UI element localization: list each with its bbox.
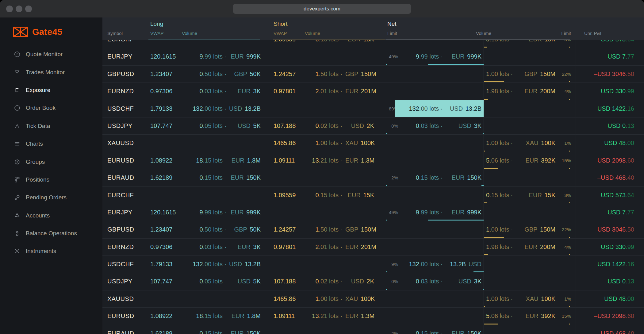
short-vwap-cell: 107.188: [274, 117, 296, 134]
long-vwap-cell: 1.08922: [150, 152, 172, 169]
long-lots-cell: 9.99 lots: [170, 48, 223, 65]
net-long-volume-cell: 0.03 lots·USD 3K: [395, 273, 484, 290]
window-minimize-icon[interactable]: [16, 6, 22, 12]
long-volume-cell: EUR 150K: [229, 169, 261, 186]
table-row[interactable]: XAUUSD1465.861.00 lots·XAU 100K1.00 lots…: [102, 135, 644, 152]
long-lots-cell: 132.00 lots: [170, 100, 223, 117]
table-row[interactable]: USDCHF1.79133132.00 lots·USD 13.2B89%132…: [102, 100, 644, 117]
unrealized-pnl-cell: USD 48.00: [572, 135, 634, 152]
col-net-limit-short-label[interactable]: Limit: [551, 30, 571, 36]
table-row[interactable]: USDJPY107.7470.05 lotsUSD 5K107.1880.02 …: [102, 273, 644, 290]
long-volume-cell: EUR 999K: [229, 204, 261, 221]
long-lots-cell: 0.50 lots: [170, 66, 223, 83]
col-short-volume-label[interactable]: Volume: [305, 30, 320, 36]
long-lots-cell: 0.05 lots: [170, 273, 223, 290]
short-vwap-cell: 1.24257: [274, 66, 296, 83]
net-long-limit-bar: [481, 185, 484, 186]
table-row[interactable]: EURAUD1.621890.15 lotsEUR 150K2%0.15 lot…: [102, 169, 644, 186]
net-long-scale-tick: [386, 289, 387, 290]
net-short-volume-cell: 1.00 lots·XAU 100K: [486, 135, 555, 152]
window-close-icon[interactable]: [6, 6, 13, 12]
sidebar-item-groups[interactable]: Groups: [0, 153, 102, 171]
short-separator-dot: ·: [340, 273, 343, 290]
window-zoom-icon[interactable]: [25, 6, 32, 12]
table-row[interactable]: EURJPY120.16159.99 lots·EUR 999K49%9.99 …: [102, 48, 644, 65]
table-row[interactable]: GBPUSD1.234070.50 lots·GBP 50K1.242571.5…: [102, 221, 644, 238]
sidebar-item-label: Trades Monitor: [26, 69, 65, 76]
long-volume-cell: EUR 999K: [229, 48, 261, 65]
titlebar: devexperts.com: [0, 0, 644, 17]
net-short-scale-tick: [569, 168, 570, 169]
short-lots-cell: 0.02 lots: [295, 273, 339, 290]
url-pill[interactable]: devexperts.com: [233, 4, 411, 14]
col-long-volume-label[interactable]: Volume: [182, 30, 197, 36]
short-vwap-cell: 0.97801: [274, 83, 296, 100]
long-volume-cell: USD 13.2B: [229, 256, 261, 273]
table-row[interactable]: USDCHF1.79133132.00 lots·USD 13.2B9%132.…: [102, 256, 644, 273]
sidebar-item-order-book[interactable]: Order Book: [0, 99, 102, 117]
sidebar-item-instruments[interactable]: Instruments: [0, 242, 102, 260]
sidebar-item-exposure[interactable]: Exposure: [0, 81, 102, 99]
net-volume-value: EUR 150K: [451, 325, 481, 334]
long-vwap-cell: 107.747: [150, 117, 172, 134]
table-row[interactable]: EURCHF1.095590.15 lots·EUR 15K0.15 lots·…: [102, 187, 644, 204]
table-row[interactable]: EURUSD1.0892218.15 lotsEUR 1.8M1.0911113…: [102, 152, 644, 169]
col-long-vwap-label[interactable]: VWAP: [150, 30, 164, 36]
long-volume-cell: EUR 150K: [229, 325, 261, 334]
col-short-vwap-label[interactable]: VWAP: [274, 30, 287, 36]
net-long-limit-bar: [428, 220, 484, 221]
short-lots-cell: 13.21 lots: [295, 152, 339, 169]
unrealized-pnl-cell: USD 330.99: [572, 83, 634, 100]
short-separator-dot: ·: [340, 221, 343, 238]
table-row[interactable]: EURAUD1.621890.15 lotsEUR 150K2%0.15 lot…: [102, 325, 644, 334]
col-net-limit-long-label[interactable]: Limit: [387, 30, 397, 36]
section-short-label[interactable]: Short: [274, 20, 287, 28]
short-vwap-cell: 107.188: [274, 273, 296, 290]
net-volume-value: GBP 150M: [524, 221, 555, 238]
net-long-volume-cell-selected[interactable]: 132.00 lots·USD 13.2B: [395, 100, 484, 117]
short-lots-cell: 0.15 lots: [295, 187, 339, 204]
net-limit-short-cell: 22%: [551, 66, 571, 83]
col-unrealized-pnl-label[interactable]: Unr. P&L: [584, 30, 603, 36]
table-row[interactable]: EURJPY120.16159.99 lots·EUR 999K49%9.99 …: [102, 204, 644, 221]
sidebar-item-quote-monitor[interactable]: Quote Monitor: [0, 45, 102, 63]
long-lots-cell: 0.50 lots: [170, 221, 223, 238]
net-short-volume-cell: 1.98 lots·EUR 200M: [486, 239, 555, 255]
sidebar-item-balance-operations[interactable]: Balance Operations: [0, 225, 102, 242]
table-row[interactable]: XAUUSD1465.861.00 lots·XAU 100K1.00 lots…: [102, 290, 644, 308]
sidebar-item-tick-data[interactable]: Tick Data: [0, 117, 102, 135]
net-volume-value: 13.2B USD: [450, 256, 481, 273]
sidebar-item-charts[interactable]: Charts: [0, 135, 102, 153]
sidebar-item-label: Positions: [26, 176, 49, 183]
sidebar-item-label: Instruments: [26, 248, 56, 255]
sidebar-item-trades-monitor[interactable]: Trades Monitor: [0, 63, 102, 81]
net-short-volume-cell: 5.06 lots·EUR 392K: [486, 308, 555, 324]
sidebar-item-pending-orders[interactable]: Pending Orders: [0, 189, 102, 206]
long-vwap-cell: 0.97306: [150, 239, 172, 255]
table-row[interactable]: USDJPY107.7470.05 lots·USD 5K107.1880.02…: [102, 117, 644, 135]
short-lots-cell: 1.50 lots: [295, 66, 339, 83]
long-volume-cell: USD 5K: [229, 117, 261, 134]
net-lots-value: 1.98 lots·: [486, 239, 514, 255]
table-row[interactable]: EURUSD1.0892218.15 lotsEUR 1.8M1.0911113…: [102, 308, 644, 325]
net-lots-value: 0.03 lots·: [416, 273, 444, 290]
sidebar-item-accounts[interactable]: Accounts: [0, 207, 102, 225]
net-long-scale-tick: [386, 64, 387, 65]
table-row[interactable]: GBPUSD1.234070.50 lots·GBP 50K1.242571.5…: [102, 66, 644, 83]
long-vwap-cell: 1.08922: [150, 308, 172, 324]
sidebar-item-positions[interactable]: Positions: [0, 171, 102, 189]
net-volume-value: XAU 100K: [526, 135, 555, 152]
short-volume-cell: EUR 1.3M: [345, 152, 374, 169]
net-short-scale-tick: [569, 254, 570, 255]
table-row[interactable]: EURNZD0.973060.03 lots·EUR 3K0.978012.01…: [102, 83, 644, 100]
net-limit-short-cell: 4%: [551, 83, 571, 100]
table-row[interactable]: EURNZD0.973060.03 lots·EUR 3K0.978012.01…: [102, 239, 644, 256]
net-short-volume-cell: 1.00 lots·GBP 150M: [486, 221, 555, 238]
brand[interactable]: Gate45: [0, 17, 102, 37]
col-symbol-label[interactable]: Symbol: [107, 30, 123, 36]
symbol-cell: XAUUSD: [107, 135, 134, 152]
section-net-label[interactable]: Net: [387, 20, 397, 28]
net-limit-short-cell: 3%: [551, 187, 571, 204]
section-long-label[interactable]: Long: [150, 20, 163, 28]
col-net-volume-label[interactable]: Volume: [453, 30, 514, 36]
